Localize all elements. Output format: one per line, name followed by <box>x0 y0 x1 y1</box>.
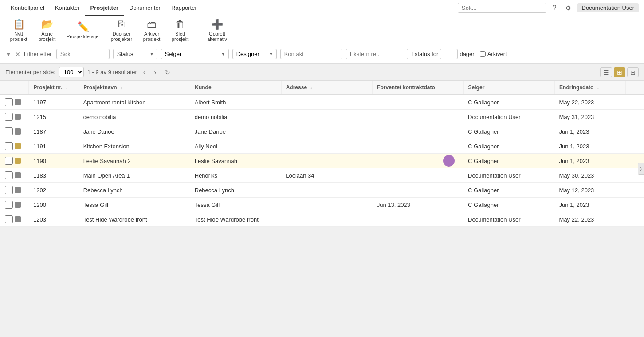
col-header-prosjekt-nr[interactable]: Prosjekt nr. ↕ <box>29 81 79 95</box>
dupliser-prosjekter-icon: ⎘ <box>118 19 124 30</box>
col-header-adresse[interactable]: Adresse ↕ <box>281 81 372 95</box>
table-row[interactable]: 1190Leslie Savannah 2Leslie SavannahC Ga… <box>0 154 644 168</box>
row-checkbox[interactable] <box>5 113 13 121</box>
designer-filter-select[interactable]: Designer <box>232 49 277 59</box>
col-header-prosjektnavn[interactable]: Prosjektnavn ↑ <box>79 81 190 95</box>
cell-adresse <box>281 183 372 198</box>
dager-label: dager <box>459 51 474 57</box>
cell-adresse <box>281 110 372 124</box>
cell-endringsdato: Jun 1, 2023 <box>555 124 626 139</box>
col-header-kontraktdato[interactable]: Forventet kontraktdato <box>373 81 463 95</box>
status-days-filter: I status for 0 dager <box>412 49 475 59</box>
table-view-button[interactable]: ⊟ <box>627 67 639 77</box>
table-row[interactable]: 1183Main Open Area 1HendriksLoolaan 34Do… <box>0 168 644 183</box>
cell-actions <box>625 95 644 110</box>
selger-filter-select[interactable]: SelgerC GallagherDocumentation User <box>161 49 229 59</box>
cell-selger: C Gallagher <box>463 95 554 110</box>
prosjektdetaljer-button[interactable]: ✏️Prosjektdetaljer <box>62 18 105 42</box>
row-checkbox[interactable] <box>5 98 13 106</box>
grid-view-button[interactable]: ⊞ <box>614 67 625 77</box>
row-checkbox[interactable] <box>5 157 13 165</box>
ekstern-ref-filter-input[interactable] <box>346 49 408 59</box>
col-header-endringsdato[interactable]: Endringsdato ↕ <box>555 81 626 95</box>
status-days-input[interactable]: 0 <box>440 49 458 59</box>
opprett-alternativ-button[interactable]: ➕Opprett alternativ <box>203 18 232 42</box>
prev-page-button[interactable]: ‹ <box>141 68 148 77</box>
refresh-button[interactable]: ↻ <box>162 68 173 77</box>
archived-filter: Arkivert <box>480 51 507 57</box>
table-row[interactable]: 1200Tessa GillTessa GillJun 13, 2023C Ga… <box>0 198 644 212</box>
cell-prosjekt-nr: 1183 <box>29 168 79 183</box>
status-filter-select[interactable]: StatusAktivArkivert <box>113 49 157 59</box>
cell-kontraktdato <box>373 168 463 183</box>
sidebar-toggle[interactable]: 〉 <box>638 163 644 175</box>
col-header-actions <box>625 81 644 95</box>
table-row[interactable]: 1202Rebecca LynchRebecca LynchC Gallaghe… <box>0 183 644 198</box>
arkiver-prosjekt-button[interactable]: 🗃Arkiver prosjekt <box>138 18 165 42</box>
table-row[interactable]: 1215demo nobiliademo nobiliaDocumentatio… <box>0 110 644 124</box>
menu-view-button[interactable]: ☰ <box>600 67 612 77</box>
nav-item-rapporter[interactable]: Rapporter <box>166 0 202 16</box>
cell-selger: C Gallagher <box>463 198 554 212</box>
table-header-row: Prosjekt nr. ↕ Prosjektnavn ↑ Kunde Adre… <box>0 81 644 95</box>
status-days-label: I status for <box>412 51 439 57</box>
cell-endringsdato: May 22, 2023 <box>555 95 626 110</box>
archived-checkbox[interactable] <box>480 51 486 57</box>
apne-prosjekt-label: Åpne prosjekt <box>39 31 56 42</box>
cell-actions <box>625 198 644 212</box>
settings-icon[interactable]: ⚙ <box>563 4 574 12</box>
cell-endringsdato: May 22, 2023 <box>555 212 626 227</box>
kontakt-filter-input[interactable] <box>280 49 342 59</box>
help-icon[interactable]: ? <box>550 3 559 13</box>
cell-adresse <box>281 95 372 110</box>
filter-clear-icon[interactable]: ✕ <box>15 51 20 58</box>
top-nav-search: ? ⚙ Documentation User <box>458 3 639 13</box>
next-page-button[interactable]: › <box>151 68 159 77</box>
cell-kunde: Ally Neel <box>190 139 281 154</box>
col-header-selger[interactable]: Selger <box>463 81 554 95</box>
cell-adresse <box>281 139 372 154</box>
filter-icon[interactable]: ▼ <box>5 51 12 58</box>
nytt-prosjekt-button[interactable]: 📋Nytt prosjekt <box>5 18 32 42</box>
row-checkbox[interactable] <box>5 171 13 179</box>
row-checkbox[interactable] <box>5 215 13 223</box>
slett-prosjekt-button[interactable]: 🗑Slett prosjekt <box>167 18 193 42</box>
table-row[interactable]: 1197Apartment rental kitchenAlbert Smith… <box>0 95 644 110</box>
cell-kontraktdato <box>373 139 463 154</box>
cursor-indicator <box>443 155 455 167</box>
nav-item-prosjekter[interactable]: Prosjekter <box>85 0 124 16</box>
per-page-select[interactable]: 1005025 <box>59 67 84 77</box>
cell-endringsdato: May 30, 2023 <box>555 168 626 183</box>
cell-kunde: demo nobilia <box>190 110 281 124</box>
cell-actions <box>625 139 644 154</box>
dupliser-prosjekter-button[interactable]: ⎘Dupliser prosjekter <box>106 18 137 42</box>
row-checkbox[interactable] <box>5 142 13 150</box>
row-checkbox[interactable] <box>5 127 13 135</box>
cell-actions <box>625 124 644 139</box>
view-toggle: ☰ ⊞ ⊟ <box>600 67 639 77</box>
row-checkbox[interactable] <box>5 186 13 194</box>
col-header-kunde[interactable]: Kunde <box>190 81 281 95</box>
row-checkbox[interactable] <box>5 201 13 209</box>
cell-endringsdato: Jun 1, 2023 <box>555 154 626 168</box>
row-color-indicator <box>15 128 21 135</box>
nav-item-dokumenter[interactable]: Dokumenter <box>124 0 166 16</box>
cell-kunde: Test Hide Wardrobe front <box>190 212 281 227</box>
apne-prosjekt-button[interactable]: 📂Åpne prosjekt <box>34 18 60 42</box>
projects-table-container: Prosjekt nr. ↕ Prosjektnavn ↑ Kunde Adre… <box>0 81 644 227</box>
nav-item-kontrollpanel[interactable]: Kontrollpanel <box>5 0 50 16</box>
global-search-input[interactable] <box>458 3 546 13</box>
results-info: 1 - 9 av 9 resultater <box>87 69 137 75</box>
filter-bar: ▼ ✕ Filtrer etter StatusAktivArkivert Se… <box>0 44 644 64</box>
user-badge: Documentation User <box>577 3 639 12</box>
cell-prosjektnavn: Leslie Savannah 2 <box>79 154 190 168</box>
cell-selger: C Gallagher <box>463 154 554 168</box>
projects-table: Prosjekt nr. ↕ Prosjektnavn ↑ Kunde Adre… <box>0 81 644 227</box>
table-row[interactable]: 1187Jane DanoeJane DanoeC GallagherJun 1… <box>0 124 644 139</box>
cell-prosjekt-nr: 1197 <box>29 95 79 110</box>
nav-item-kontakter[interactable]: Kontakter <box>50 0 85 16</box>
table-row[interactable]: 1203Test Hide Wardrobe frontTest Hide Wa… <box>0 212 644 227</box>
table-row[interactable]: 1191Kitchen ExtensionAlly NeelC Gallaghe… <box>0 139 644 154</box>
filter-search-input[interactable] <box>56 49 110 59</box>
designer-filter-wrap: Designer <box>232 49 277 59</box>
